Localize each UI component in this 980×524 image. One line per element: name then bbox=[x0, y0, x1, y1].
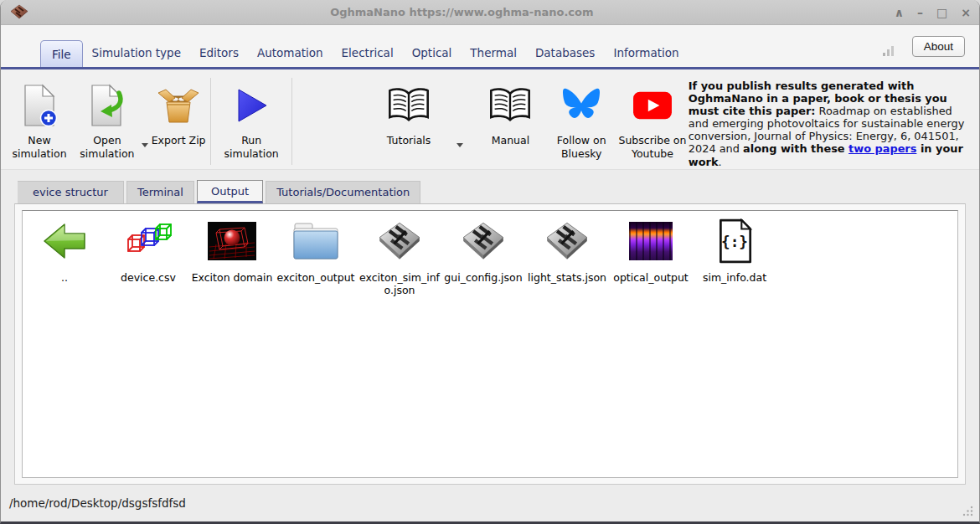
tab-output[interactable]: Output bbox=[197, 180, 263, 203]
file-label: sim_info.dat bbox=[703, 271, 766, 284]
menu-item-optical[interactable]: Optical bbox=[403, 40, 462, 67]
file-item-exciton-output[interactable]: exciton_output bbox=[274, 215, 358, 296]
menu-item-automation[interactable]: Automation bbox=[248, 40, 333, 67]
tool-label: Export Zip bbox=[152, 134, 206, 147]
menu-items: File Simulation type Editors Automation … bbox=[40, 40, 689, 67]
file-label: light_stats.json bbox=[528, 271, 606, 284]
shade-button[interactable]: ∧ bbox=[895, 7, 904, 18]
file-label: exciton_output bbox=[277, 271, 355, 284]
tab-terminal[interactable]: Terminal bbox=[126, 181, 194, 203]
close-button[interactable]: × bbox=[961, 7, 971, 18]
tab-tutorials-documentation[interactable]: Tutorials/Documentation bbox=[266, 181, 420, 203]
citation-bold: along with these bbox=[743, 142, 848, 155]
solar-cell-chip-icon bbox=[377, 215, 422, 267]
toolbar: New simulation Open simulation bbox=[1, 69, 979, 170]
new-simulation-button[interactable]: New simulation bbox=[6, 78, 73, 160]
export-box-icon bbox=[157, 81, 200, 130]
two-papers-link[interactable]: two papers bbox=[848, 142, 916, 155]
tool-label: Subscribe on Youtube bbox=[616, 134, 689, 160]
file-label: .. bbox=[61, 271, 68, 284]
file-browser: .. bbox=[22, 210, 958, 478]
menu-accent-line bbox=[1, 67, 979, 69]
maximize-button[interactable]: □ bbox=[936, 7, 947, 18]
run-play-icon bbox=[232, 81, 271, 130]
app-window: OghmaNano https://www.oghma-nano.com ∧ –… bbox=[0, 0, 980, 524]
resize-grip-icon[interactable] bbox=[962, 505, 974, 517]
toolbar-divider bbox=[291, 78, 292, 165]
open-simulation-dropdown-icon[interactable] bbox=[142, 143, 148, 147]
tutorials-dropdown-icon[interactable] bbox=[456, 143, 463, 147]
menu-item-editors[interactable]: Editors bbox=[190, 40, 248, 67]
file-item-optical-output[interactable]: optical_output bbox=[609, 215, 693, 296]
open-book-icon bbox=[487, 81, 533, 130]
solar-cell-chip-icon bbox=[544, 215, 590, 267]
citation-period: . bbox=[718, 156, 721, 168]
status-bar: /home/rod/Desktop/dsgsfsfdfsd bbox=[1, 485, 979, 521]
current-path: /home/rod/Desktop/dsgsfsfdfsd bbox=[9, 496, 186, 510]
file-item-exciton-domain[interactable]: Exciton domain bbox=[190, 215, 274, 296]
file-item-gui-config-json[interactable]: gui_config.json bbox=[441, 215, 525, 296]
about-button[interactable]: About bbox=[912, 36, 965, 57]
file-item-parent-dir[interactable]: .. bbox=[23, 215, 106, 296]
tool-label: Run simulation bbox=[214, 134, 288, 160]
file-item-exciton-sim-info-json[interactable]: exciton_sim_info.json bbox=[358, 215, 441, 296]
menu-bar: File Simulation type Editors Automation … bbox=[1, 25, 979, 69]
file-item-sim-info-dat[interactable]: {:} sim_info.dat bbox=[693, 215, 776, 296]
file-label: Exciton domain bbox=[192, 271, 273, 284]
json-data-file-icon: {:} bbox=[716, 215, 753, 267]
minimize-button[interactable]: – bbox=[917, 7, 923, 18]
corner-grip-icon bbox=[883, 45, 895, 56]
open-simulation-button[interactable]: Open simulation bbox=[73, 78, 142, 160]
folder-icon bbox=[291, 215, 340, 267]
menu-item-electrical[interactable]: Electrical bbox=[333, 40, 403, 67]
tab-device-structure[interactable]: evice structur bbox=[18, 181, 124, 203]
open-book-icon bbox=[386, 81, 431, 130]
solar-cell-chip-icon bbox=[461, 215, 506, 267]
output-tab-panel: .. bbox=[14, 203, 966, 485]
menu-tab-file[interactable]: File bbox=[40, 40, 83, 67]
manual-button[interactable]: Manual bbox=[475, 78, 547, 147]
run-simulation-button[interactable]: Run simulation bbox=[214, 78, 288, 160]
subscribe-youtube-button[interactable]: Subscribe on Youtube bbox=[616, 78, 689, 160]
menu-item-databases[interactable]: Databases bbox=[526, 40, 604, 67]
window-title: OghmaNano https://www.oghma-nano.com bbox=[29, 6, 895, 18]
menu-item-thermal[interactable]: Thermal bbox=[461, 40, 526, 67]
export-zip-button[interactable]: Export Zip bbox=[150, 78, 208, 147]
open-document-icon bbox=[87, 81, 127, 130]
view-tab-strip: evice structur Terminal Output Tutorials… bbox=[1, 170, 979, 203]
back-arrow-icon bbox=[42, 215, 87, 267]
new-document-icon bbox=[19, 81, 59, 130]
tool-label: Follow on Bluesky bbox=[546, 134, 616, 160]
tool-label: New simulation bbox=[6, 134, 73, 160]
exciton-plot-thumbnail bbox=[208, 215, 256, 267]
file-label: device.csv bbox=[121, 271, 176, 284]
file-item-device-csv[interactable]: device.csv bbox=[106, 215, 190, 296]
window-controls: ∧ – □ × bbox=[895, 7, 971, 18]
file-label: gui_config.json bbox=[444, 271, 522, 284]
tool-label: Manual bbox=[492, 134, 529, 147]
menu-item-information[interactable]: Information bbox=[604, 40, 688, 67]
app-logo-icon bbox=[9, 3, 29, 23]
wireframe-cubes-icon bbox=[125, 215, 172, 267]
heatmap-thumbnail bbox=[629, 215, 673, 267]
tool-label: Open simulation bbox=[73, 134, 142, 160]
citation-text: If you publish results generated with Og… bbox=[689, 78, 977, 168]
youtube-icon bbox=[632, 81, 673, 130]
follow-bluesky-button[interactable]: Follow on Bluesky bbox=[546, 78, 616, 160]
toolbar-divider bbox=[210, 78, 211, 165]
title-bar: OghmaNano https://www.oghma-nano.com ∧ –… bbox=[1, 0, 979, 25]
file-label: optical_output bbox=[613, 271, 688, 284]
menu-item-simulation-type[interactable]: Simulation type bbox=[83, 40, 190, 67]
svg-text:{:}: {:} bbox=[721, 234, 748, 250]
tutorials-button[interactable]: Tutorials bbox=[361, 78, 456, 147]
bluesky-butterfly-icon bbox=[560, 81, 602, 130]
tool-label: Tutorials bbox=[387, 134, 431, 147]
file-item-light-stats-json[interactable]: light_stats.json bbox=[525, 215, 609, 296]
file-label: exciton_sim_info.json bbox=[358, 271, 441, 296]
